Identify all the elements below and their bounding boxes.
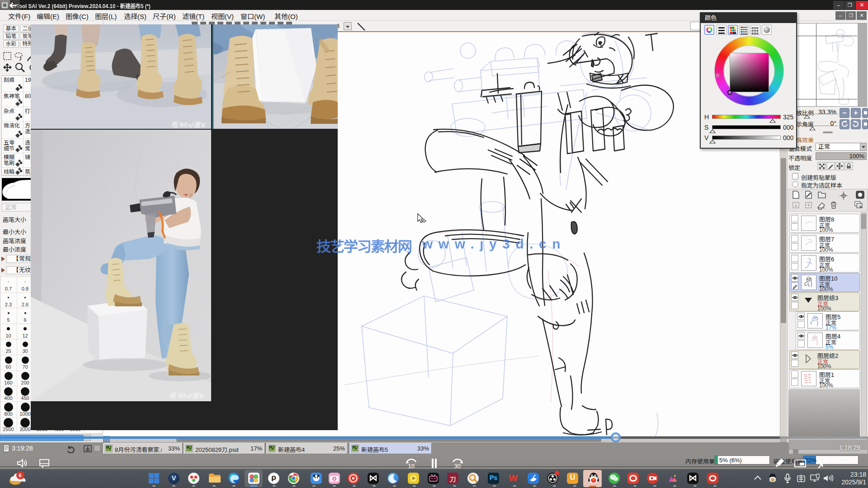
svg-text:10: 10 — [408, 463, 415, 469]
svg-text:30: 30 — [454, 463, 461, 469]
svg-text:6: 6 — [19, 473, 22, 478]
